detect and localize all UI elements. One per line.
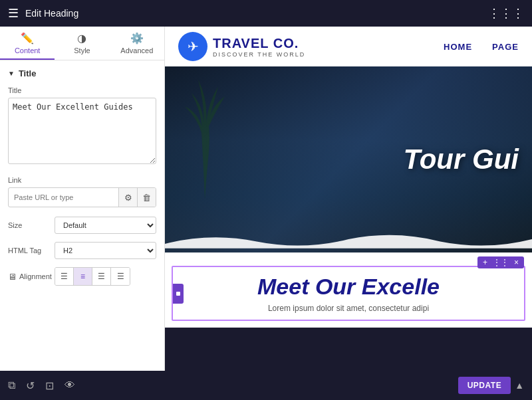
history-icon[interactable]: ↺ xyxy=(26,379,35,392)
top-bar: ☰ Edit Heading ⋮⋮⋮ xyxy=(0,0,532,27)
tab-content[interactable]: ✏️ Content xyxy=(0,27,55,60)
bottom-left: ⧉ ↺ ⊡ 👁 xyxy=(8,379,75,392)
preview-nav: ✈ TRAVEL CO. DISCOVER THE WORLD HOME PAG… xyxy=(165,27,532,66)
wave-divider xyxy=(165,226,532,252)
right-preview: ✈ TRAVEL CO. DISCOVER THE WORLD HOME PAG… xyxy=(165,27,532,371)
html-tag-field-row: HTML Tag H1 H2 H3 H4 H5 H6 div span p xyxy=(8,242,156,259)
link-settings-icon[interactable]: ⚙ xyxy=(118,188,137,207)
tab-advanced-label: Advanced xyxy=(120,47,153,54)
align-left-btn[interactable]: ☰ xyxy=(55,268,74,285)
nav-home[interactable]: HOME xyxy=(444,42,472,52)
close-action-btn[interactable]: × xyxy=(513,258,520,267)
section-arrow-icon: ▼ xyxy=(8,70,15,77)
palm-tree-decoration xyxy=(165,66,245,199)
preview-hero: Tour Gui xyxy=(165,66,532,252)
section-title: Title xyxy=(19,68,37,78)
link-field-group: Link ⚙ 🗑 xyxy=(8,176,156,207)
tab-style[interactable]: ◑ Style xyxy=(55,27,109,60)
preview-logo: ✈ TRAVEL CO. DISCOVER THE WORLD xyxy=(178,32,305,61)
chevron-up-icon[interactable]: ▲ xyxy=(515,380,524,391)
tab-style-label: Style xyxy=(74,47,90,54)
eye-icon[interactable]: 👁 xyxy=(65,379,75,391)
link-label: Link xyxy=(8,176,156,184)
add-action-btn[interactable]: + xyxy=(481,258,489,267)
logo-name: TRAVEL CO. xyxy=(213,36,305,51)
layers-icon[interactable]: ⧉ xyxy=(8,379,15,391)
preview-nav-links: HOME PAGE xyxy=(444,42,519,52)
alignment-buttons: ☰ ≡ ☰ ☰ xyxy=(55,267,130,286)
tab-content-label: Content xyxy=(15,47,41,54)
tab-advanced[interactable]: ⚙️ Advanced xyxy=(110,27,164,60)
bottom-toolbar: ⧉ ↺ ⊡ 👁 UPDATE ▲ xyxy=(0,371,532,400)
indicator-dot xyxy=(176,292,180,296)
responsive-icon[interactable]: ⊡ xyxy=(45,379,54,392)
move-action-btn[interactable]: ⋮⋮ xyxy=(491,258,510,267)
link-delete-icon[interactable]: 🗑 xyxy=(137,188,156,207)
logo-tagline: DISCOVER THE WORLD xyxy=(213,51,305,58)
size-label: Size xyxy=(8,221,55,229)
html-tag-select[interactable]: H1 H2 H3 H4 H5 H6 div span p xyxy=(55,242,156,259)
left-indicator xyxy=(173,284,184,304)
title-label: Title xyxy=(8,86,156,94)
main-area: ✏️ Content ◑ Style ⚙️ Advanced ▼ Title T… xyxy=(0,27,532,371)
align-justify-btn[interactable]: ☰ xyxy=(111,268,130,285)
link-input[interactable] xyxy=(9,189,118,205)
hero-heading: Tour Gui xyxy=(404,144,532,175)
alignment-row: 🖥 Alignment ☰ ≡ ☰ ☰ xyxy=(8,267,156,286)
preview-content-inner: + ⋮⋮ × Meet Our Excelle Lorem ipsum dolo… xyxy=(172,266,525,321)
update-button[interactable]: UPDATE xyxy=(458,377,511,394)
link-input-row: ⚙ 🗑 xyxy=(8,187,156,207)
align-center-btn[interactable]: ≡ xyxy=(74,268,92,285)
advanced-icon: ⚙️ xyxy=(130,32,144,45)
tabs: ✏️ Content ◑ Style ⚙️ Advanced xyxy=(0,27,164,60)
alignment-label-text: Alignment xyxy=(19,272,52,280)
logo-circle: ✈ xyxy=(178,32,207,61)
preview-heading: Meet Our Excelle xyxy=(180,274,517,300)
bottom-right: UPDATE ▲ xyxy=(458,377,524,394)
title-textarea[interactable]: Meet Our Excellent <span style="color:#6… xyxy=(8,98,156,164)
preview-content: + ⋮⋮ × Meet Our Excelle Lorem ipsum dolo… xyxy=(165,252,532,328)
logo-plane-icon: ✈ xyxy=(188,39,199,54)
preview-subtext: Lorem ipsum dolor sit amet, consectetur … xyxy=(180,304,517,313)
title-field-group: Title Meet Our Excellent <span style="co… xyxy=(8,86,156,167)
alignment-label: 🖥 Alignment xyxy=(8,272,55,282)
section-header-title[interactable]: ▼ Title xyxy=(8,68,156,78)
monitor-icon: 🖥 xyxy=(8,272,17,282)
align-right-btn[interactable]: ☰ xyxy=(92,268,111,285)
hamburger-icon[interactable]: ☰ xyxy=(8,6,19,21)
content-actions: + ⋮⋮ × xyxy=(477,256,524,268)
content-icon: ✏️ xyxy=(21,32,34,45)
top-bar-title: Edit Heading xyxy=(25,8,78,19)
html-tag-label: HTML Tag xyxy=(8,247,55,254)
left-panel: ✏️ Content ◑ Style ⚙️ Advanced ▼ Title T… xyxy=(0,27,165,371)
size-select[interactable]: Default Small Medium Large XL XXL xyxy=(55,217,156,234)
style-icon: ◑ xyxy=(77,32,86,45)
panel-content: ▼ Title Title Meet Our Excellent <span s… xyxy=(0,60,164,371)
logo-text-block: TRAVEL CO. DISCOVER THE WORLD xyxy=(213,36,305,58)
grid-icon[interactable]: ⋮⋮⋮ xyxy=(488,6,524,21)
size-field-row: Size Default Small Medium Large XL XXL xyxy=(8,217,156,234)
nav-page[interactable]: PAGE xyxy=(492,42,519,52)
